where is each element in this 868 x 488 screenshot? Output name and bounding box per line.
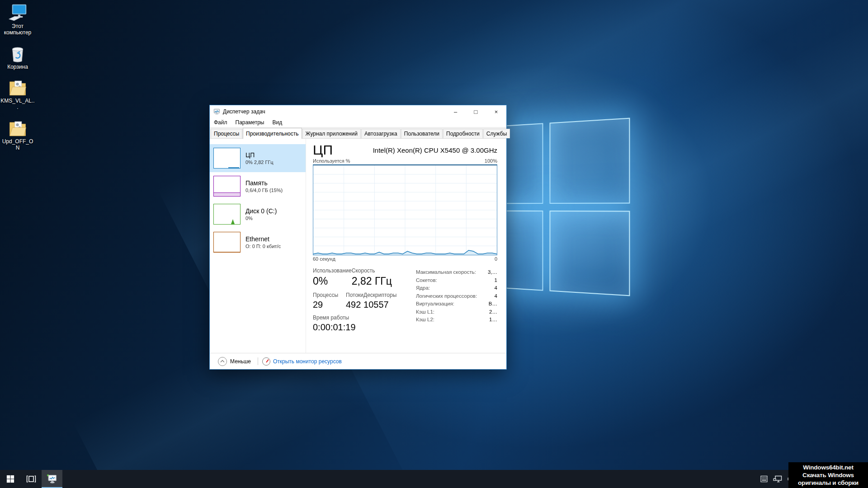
watermark-line: Скачать Windows [802, 471, 854, 479]
detail-value: 4 [495, 284, 497, 292]
detail-row: Виртуализация: В… [416, 300, 497, 308]
sidebar-item-title: Диск 0 (C:) [245, 207, 277, 215]
detail-value: 1 [495, 277, 497, 285]
performance-content: ЦП 0% 2,82 ГГц Память 0,6/4,0 ГБ (15%) [210, 139, 506, 353]
cpu-usage-chart [313, 164, 497, 255]
sidebar-item[interactable]: Память 0,6/4,0 ГБ (15%) [210, 172, 306, 200]
windows-logo-pane [549, 211, 630, 296]
tab[interactable]: Пользователи [401, 129, 443, 138]
chart-x-right-label: 0 [495, 256, 497, 262]
windows-start-icon [6, 475, 14, 483]
folder-icon [8, 78, 27, 97]
desktop-icon[interactable]: KMS_VL_AL... [0, 77, 35, 112]
sidebar-item[interactable]: ЦП 0% 2,82 ГГц [210, 144, 306, 172]
stat-label: Процессы [313, 292, 346, 298]
taskbar [0, 470, 868, 488]
titlebar[interactable]: Диспетчер задач – □ × [210, 105, 506, 118]
watermark-line: оригиналы и сборки [798, 479, 859, 487]
chart-x-left-label: 60 секунд [313, 256, 335, 262]
detail-label: Сокетов: [416, 277, 437, 285]
detail-label: Ядра: [416, 284, 430, 292]
detail-row: Сокетов: 1 [416, 277, 497, 285]
stat-label: Дескрипторы [363, 292, 396, 298]
stat-value: 492 [346, 300, 363, 310]
start-button[interactable] [0, 470, 21, 488]
maximize-button[interactable]: □ [466, 105, 486, 118]
cpu-heading: ЦП [313, 142, 333, 158]
stat-value: 0% [313, 275, 352, 287]
desktop-icons: Этот компьютер Корзина KMS_VL_AL... Upd_… [0, 3, 35, 152]
windows-logo-pane [549, 118, 630, 204]
mini-graph [213, 176, 241, 197]
stat: Потоки 492 [346, 292, 363, 310]
stats-row-2: Процессы 29 Потоки 492 Дескрип [313, 292, 416, 310]
divider [258, 357, 258, 365]
touch-keyboard-icon[interactable] [760, 475, 768, 483]
sidebar-item-subtitle: 0% [245, 216, 277, 221]
sidebar-item-subtitle: 0% 2,82 ГГц [245, 160, 274, 165]
stat-value: 2,82 ГГц [352, 275, 392, 287]
close-button[interactable]: × [486, 105, 506, 118]
tab[interactable]: Процессы [211, 129, 242, 138]
window-controls: – □ × [445, 105, 506, 118]
detail-row: Кэш L2: 1… [416, 316, 497, 324]
desktop: Этот компьютер Корзина KMS_VL_AL... Upd_… [0, 0, 868, 488]
resource-monitor-icon [262, 357, 270, 366]
menu-item[interactable]: Вид [272, 119, 282, 126]
minimize-button[interactable]: – [445, 105, 466, 118]
menu-item[interactable]: Параметры [236, 119, 264, 126]
task-view-icon [26, 475, 36, 483]
fewer-details-button[interactable]: Меньше [215, 357, 254, 366]
sidebar-item-subtitle: 0,6/4,0 ГБ (15%) [245, 188, 283, 193]
desktop-icon[interactable]: Этот компьютер [0, 3, 35, 37]
folder-icon [8, 119, 27, 138]
detail-row: Кэш L1: 2… [416, 308, 497, 316]
window-footer: Меньше Открыть монитор ресурсов [210, 353, 506, 369]
desktop-icon[interactable]: Корзина [0, 43, 35, 71]
tabs: ПроцессыПроизводительностьЖурнал приложе… [210, 127, 506, 139]
performance-sidebar: ЦП 0% 2,82 ГГц Память 0,6/4,0 ГБ (15%) [210, 139, 306, 353]
tab[interactable]: Подробности [443, 129, 483, 138]
desktop-icon-label: Корзина [7, 64, 28, 70]
stat-label: Использование [313, 267, 352, 274]
tab[interactable]: Журнал приложений [302, 129, 361, 138]
stat: Процессы 29 [313, 292, 346, 310]
menu-item[interactable]: Файл [214, 119, 227, 126]
mini-graph [213, 204, 241, 225]
detail-value: 4 [495, 292, 497, 300]
tab[interactable]: Автозагрузка [361, 129, 401, 138]
desktop-icon-label: KMS_VL_AL... [0, 98, 35, 111]
detail-row: Логических процессоров: 4 [416, 292, 497, 300]
sidebar-item-title: Ethernet [245, 235, 281, 243]
sidebar-item[interactable]: Ethernet О: 0 П: 0 кбит/с [210, 228, 306, 256]
detail-label: Кэш L2: [416, 316, 434, 324]
tab[interactable]: Службы [483, 129, 510, 138]
tab[interactable]: Производительность [243, 128, 302, 139]
desktop-icon[interactable]: Upd_OFF_ON [0, 118, 35, 152]
stat: Скорость 2,82 ГГц [352, 267, 392, 287]
cpu-panel: ЦП Intel(R) Xeon(R) CPU X5450 @ 3.00GHz … [306, 139, 506, 353]
stat-value: 29 [313, 300, 346, 310]
task-view-button[interactable] [21, 470, 42, 488]
desktop-icon-label: Этот компьютер [0, 23, 35, 36]
uptime-value: 0:00:01:19 [313, 322, 356, 333]
open-resource-monitor-link[interactable]: Открыть монитор ресурсов [273, 358, 342, 365]
network-icon[interactable] [773, 475, 782, 483]
task-manager-icon [47, 474, 57, 484]
uptime: Время работы 0:00:01:19 [313, 314, 416, 333]
sidebar-item[interactable]: Диск 0 (C:) 0% [210, 200, 306, 228]
detail-label: Логических процессоров: [416, 292, 477, 300]
task-manager-taskbar-button[interactable] [42, 470, 62, 488]
chevron-up-icon [218, 357, 227, 366]
detail-label: Максимальная скорость: [416, 268, 476, 277]
stats-row-1: Использование 0% Скорость 2,82 ГГц [313, 267, 416, 287]
task-manager-icon [213, 108, 220, 115]
detail-label: Виртуализация: [416, 300, 454, 308]
stat: Дескрипторы 10557 [363, 292, 396, 310]
detail-label: Кэш L1: [416, 308, 434, 316]
mini-graph [213, 148, 241, 169]
cpu-details: Максимальная скорость: 3,… Сокетов: 1 Яд… [416, 267, 497, 353]
detail-row: Ядра: 4 [416, 284, 497, 292]
cpu-model: Intel(R) Xeon(R) CPU X5450 @ 3.00GHz [373, 146, 497, 154]
stat-value: 10557 [363, 300, 396, 310]
